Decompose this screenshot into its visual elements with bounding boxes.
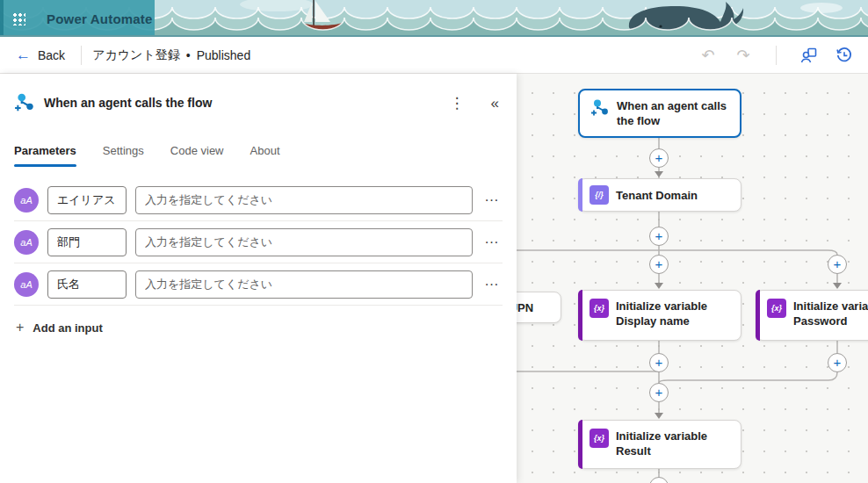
parameter-value-input[interactable]	[135, 228, 473, 256]
insert-step-button[interactable]: +	[828, 353, 847, 372]
panel-title: When an agent calls the flow	[44, 96, 212, 110]
undo-button[interactable]: ↶	[695, 42, 721, 68]
flow-title: アカウント登録	[92, 47, 180, 63]
text-type-icon: aA	[14, 188, 39, 213]
node-initialize-display-name[interactable]: {x} Initialize variable Display name	[578, 290, 741, 341]
text-type-icon: aA	[14, 272, 39, 297]
parameter-name-input[interactable]	[47, 186, 127, 214]
more-menu-icon[interactable]: ⋮	[446, 94, 468, 112]
tab-parameters[interactable]: Parameters	[14, 141, 76, 167]
flow-canvas[interactable]: When an agent calls the flow {/} Tenant …	[517, 74, 868, 483]
breadcrumb: アカウント登録 • Published	[92, 47, 250, 63]
insert-step-button[interactable]: +	[649, 353, 669, 372]
variable-icon: {x}	[767, 299, 786, 318]
agent-flow-icon	[590, 98, 610, 118]
tab-settings[interactable]: Settings	[103, 141, 144, 167]
insert-step-button[interactable]: +	[649, 383, 669, 402]
app-brand-bar: Power Automate	[0, 0, 155, 37]
parameter-list: aA … aA … aA …	[0, 179, 517, 306]
agent-flow-icon	[14, 92, 35, 113]
parameter-name-input[interactable]	[47, 270, 127, 299]
insert-step-button[interactable]: +	[649, 148, 669, 168]
parameter-value-input[interactable]	[135, 270, 473, 299]
node-tenant-domain[interactable]: {/} Tenant Domain	[578, 178, 741, 212]
variable-icon: {x}	[590, 299, 609, 318]
text-type-icon: aA	[14, 230, 39, 255]
node-label: Initialize variable Display name	[616, 299, 732, 328]
parameter-name-input[interactable]	[47, 228, 127, 256]
add-icon: +	[16, 320, 24, 335]
flow-status: Published	[197, 48, 251, 62]
node-label: Initialize variable Password	[793, 299, 868, 328]
collapse-panel-icon[interactable]: «	[488, 94, 503, 112]
node-label: When an agent calls the flow	[617, 98, 731, 128]
power-automate-designer: Power Automate ← Back アカウント登録 • Publishe…	[0, 0, 868, 483]
add-input-button[interactable]: + Add an input	[16, 320, 103, 335]
row-more-icon[interactable]: …	[481, 272, 503, 297]
copilot-button[interactable]	[796, 42, 822, 68]
insert-step-button[interactable]: +	[649, 255, 669, 274]
variable-icon: {x}	[590, 429, 609, 448]
tab-code-view[interactable]: Code view	[170, 141, 224, 167]
node-initialize-upn[interactable]: {x} Initialize variable UPN	[517, 292, 561, 323]
node-label: Tenant Domain	[616, 188, 698, 203]
toolbar-divider	[81, 46, 82, 65]
row-more-icon[interactable]: …	[481, 230, 503, 255]
insert-step-button[interactable]: +	[649, 227, 669, 246]
insert-step-button[interactable]: +	[828, 255, 847, 274]
trigger-details-panel: When an agent calls the flow ⋮ « Paramet…	[0, 74, 517, 483]
history-clock-icon	[835, 47, 853, 64]
node-label: Initialize variable UPN	[517, 300, 533, 315]
parameter-value-input[interactable]	[135, 186, 473, 214]
compose-icon: {/}	[590, 185, 609, 205]
add-input-label: Add an input	[33, 321, 102, 335]
node-label: Initialize variable Result	[616, 429, 732, 458]
node-trigger[interactable]: When an agent calls the flow	[578, 89, 741, 138]
copilot-icon	[800, 47, 818, 64]
designer-toolbar: ← Back アカウント登録 • Published ↶ ↷	[0, 37, 868, 74]
row-more-icon[interactable]: …	[481, 188, 503, 213]
parameter-row: aA …	[14, 221, 503, 263]
redo-button[interactable]: ↷	[730, 42, 756, 68]
breadcrumb-dot: •	[186, 48, 191, 62]
node-initialize-password[interactable]: {x} Initialize variable Password	[756, 290, 868, 341]
parameter-row: aA …	[14, 263, 503, 306]
parameter-row: aA …	[14, 179, 503, 221]
run-history-button[interactable]	[831, 42, 857, 68]
panel-tabs: Parameters Settings Code view About	[0, 141, 517, 167]
app-name: Power Automate	[47, 11, 153, 26]
ocean-banner: Power Automate	[0, 0, 868, 37]
node-initialize-result[interactable]: {x} Initialize variable Result	[578, 420, 741, 469]
back-button[interactable]: ← Back	[11, 44, 70, 66]
waffle-menu-icon[interactable]	[11, 11, 25, 25]
toolbar-divider	[776, 46, 777, 65]
back-arrow-icon: ←	[16, 47, 31, 62]
tab-about[interactable]: About	[250, 141, 280, 167]
